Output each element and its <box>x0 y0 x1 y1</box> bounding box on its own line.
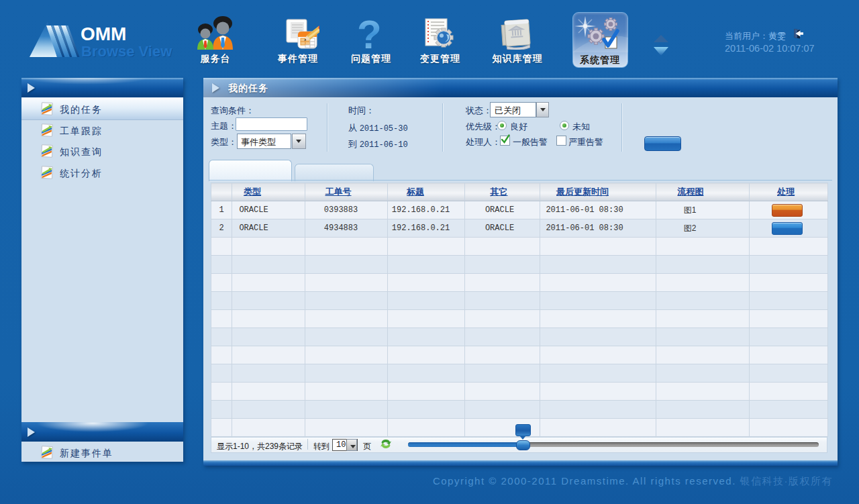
svg-text:Browse View: Browse View <box>81 43 172 60</box>
svg-text:?: ? <box>357 15 382 51</box>
svg-text:OMM: OMM <box>81 23 126 44</box>
